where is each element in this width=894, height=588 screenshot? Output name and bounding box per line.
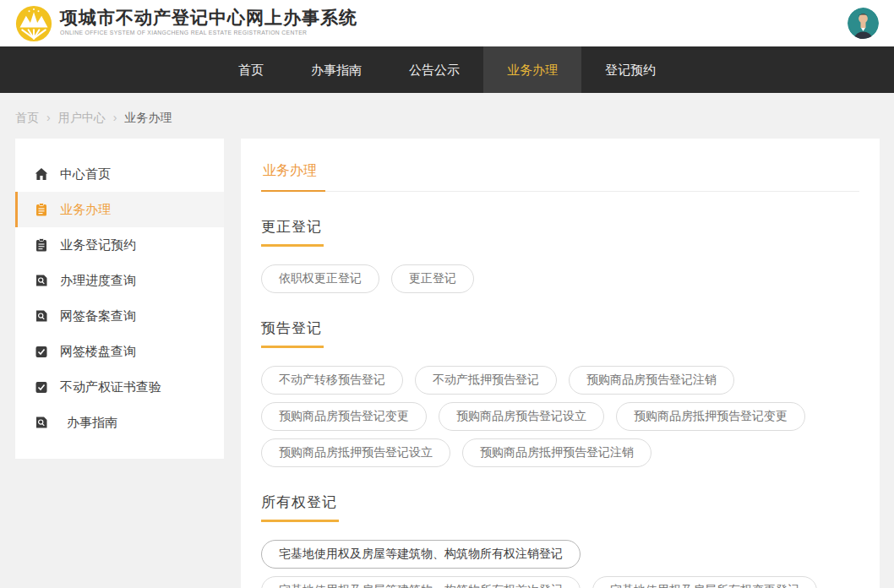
sidebar-item-label: 办事指南 — [67, 415, 117, 431]
user-avatar[interactable] — [848, 8, 879, 39]
section-heading-ownership: 所有权登记 — [261, 493, 859, 522]
sidebar-item-label: 网签备案查询 — [60, 308, 136, 324]
sidebar-item-label: 业务办理 — [60, 202, 111, 218]
check-doc-icon — [35, 345, 48, 358]
button-group-advance-notice: 不动产转移预告登记 不动产抵押预告登记 预购商品房预告登记注销 预购商品房预告登… — [261, 366, 859, 467]
search-doc-icon — [35, 416, 48, 429]
section-heading-advance-notice: 预告登记 — [261, 318, 859, 348]
service-button[interactable]: 宅基地使用权及房屋所有权变更登记 — [592, 576, 817, 588]
clipboard-icon — [35, 203, 48, 216]
app-header: 项城市不动产登记中心网上办事系统 ONLINE OFFICE SYSTEM OF… — [0, 0, 894, 46]
content-area: 中心首页 业务办理 业务登记预约 办理进度查询 网签备案查询 — [0, 139, 894, 588]
button-group-correction: 依职权更正登记 更正登记 — [261, 264, 859, 293]
sidebar-item-label: 网签楼盘查询 — [60, 344, 136, 360]
button-group-ownership: 宅基地使用权及房屋等建筑物、构筑物所有权注销登记 宅基地使用权及房屋等建筑物、构… — [261, 540, 859, 588]
service-button[interactable]: 依职权更正登记 — [261, 264, 379, 293]
section-heading-correction: 更正登记 — [261, 217, 859, 247]
service-button[interactable]: 预购商品房预告登记注销 — [569, 366, 734, 395]
sidebar-item-online-sign-building-query[interactable]: 网签楼盘查询 — [15, 334, 224, 369]
service-button[interactable]: 预购商品房抵押预告登记变更 — [616, 402, 805, 431]
site-subtitle: ONLINE OFFICE SYSTEM OF XIANGCHENG REAL … — [60, 30, 307, 35]
sidebar-item-online-sign-record-query[interactable]: 网签备案查询 — [15, 298, 224, 334]
breadcrumb-separator: › — [46, 111, 51, 124]
breadcrumb-home[interactable]: 首页 — [15, 111, 39, 124]
page-title: 业务办理 — [261, 152, 325, 192]
service-button[interactable]: 不动产抵押预告登记 — [415, 366, 557, 395]
home-icon — [35, 167, 48, 181]
service-button[interactable]: 更正登记 — [391, 264, 474, 293]
sidebar-item-center-home[interactable]: 中心首页 — [15, 156, 224, 192]
center-logo-icon — [15, 5, 52, 42]
nav-item-guide[interactable]: 办事指南 — [287, 46, 385, 93]
sidebar-item-label: 办理进度查询 — [60, 273, 136, 289]
service-button-highlighted[interactable]: 宅基地使用权及房屋等建筑物、构筑物所有权注销登记 — [261, 540, 581, 569]
search-doc-icon — [35, 274, 48, 287]
breadcrumb-current: 业务办理 — [124, 111, 172, 124]
main-panel: 业务办理 更正登记 依职权更正登记 更正登记 预告登记 不动产转移预告登记 不动… — [241, 139, 880, 588]
service-button[interactable]: 宅基地使用权及房屋等建筑物、构筑物所有权首次登记 — [261, 576, 581, 588]
sidebar-item-registration-appointment[interactable]: 业务登记预约 — [15, 227, 224, 263]
sidebar-item-progress-query[interactable]: 办理进度查询 — [15, 263, 224, 298]
brand: 项城市不动产登记中心网上办事系统 ONLINE OFFICE SYSTEM OF… — [15, 5, 423, 42]
service-button[interactable]: 预购商品房抵押预告登记设立 — [261, 438, 450, 467]
sidebar-item-service-guide[interactable]: 办事指南 — [15, 405, 224, 440]
sidebar-item-certificate-verification[interactable]: 不动产权证书查验 — [15, 369, 224, 405]
sidebar-item-business[interactable]: 业务办理 — [15, 192, 224, 227]
breadcrumb-separator: › — [113, 111, 117, 124]
clipboard-icon — [35, 238, 48, 252]
check-doc-icon — [35, 380, 48, 394]
breadcrumb: 首页›用户中心›业务办理 — [15, 111, 879, 126]
search-doc-icon — [35, 309, 48, 323]
nav-item-appointment[interactable]: 登记预约 — [581, 46, 679, 93]
site-title: 项城市不动产登记中心网上办事系统 — [60, 8, 423, 28]
service-button[interactable]: 预购商品房预告登记设立 — [439, 402, 604, 431]
sidebar: 中心首页 业务办理 业务登记预约 办理进度查询 网签备案查询 — [15, 139, 224, 459]
breadcrumb-user-center[interactable]: 用户中心 — [58, 111, 106, 124]
brand-titles: 项城市不动产登记中心网上办事系统 ONLINE OFFICE SYSTEM OF… — [60, 8, 423, 38]
nav-item-announcements[interactable]: 公告公示 — [385, 46, 483, 93]
page-title-row: 业务办理 — [261, 152, 859, 192]
sidebar-item-label: 中心首页 — [60, 166, 111, 182]
nav-item-home[interactable]: 首页 — [215, 46, 287, 93]
service-button[interactable]: 预购商品房抵押预告登记注销 — [462, 438, 651, 467]
service-button[interactable]: 不动产转移预告登记 — [261, 366, 403, 395]
nav-item-business[interactable]: 业务办理 — [483, 46, 581, 93]
service-button[interactable]: 预购商品房预告登记变更 — [261, 402, 427, 431]
sidebar-item-label: 不动产权证书查验 — [60, 379, 161, 395]
main-nav: 首页 办事指南 公告公示 业务办理 登记预约 — [0, 46, 894, 93]
sidebar-item-label: 业务登记预约 — [60, 237, 136, 253]
